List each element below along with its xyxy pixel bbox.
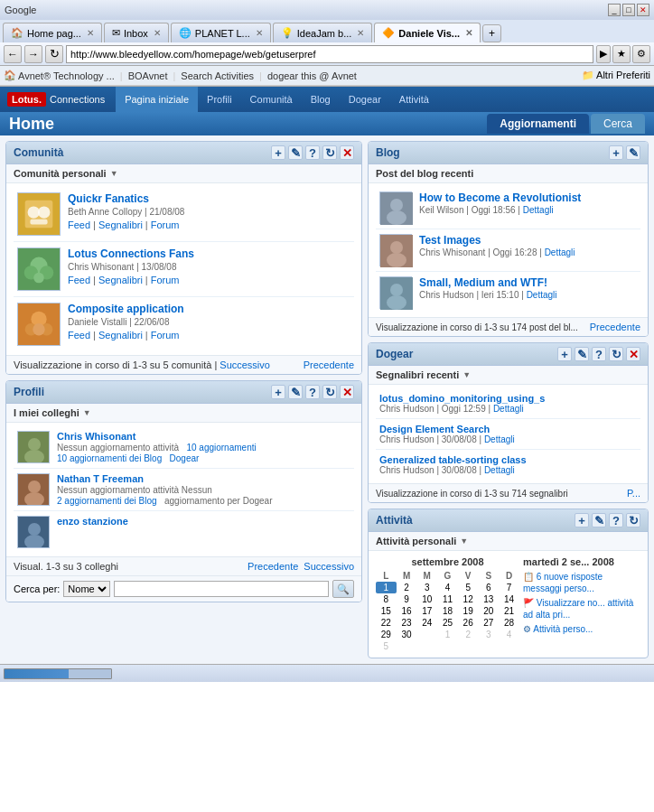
dogear-add-button[interactable]: + xyxy=(557,347,572,361)
nav-item-comunita[interactable]: Comunità xyxy=(241,87,302,112)
browser-tab-1[interactable]: ✉ Inbox ✕ xyxy=(104,23,169,42)
cal-day-7[interactable]: 7 xyxy=(499,582,519,593)
cal-day-oct2[interactable]: 2 xyxy=(458,629,479,640)
cal-day-24[interactable]: 24 xyxy=(416,617,437,629)
profili-dropdown-arrow[interactable]: ▼ xyxy=(83,408,91,417)
back-button[interactable]: ← xyxy=(4,45,22,63)
community-forum-1[interactable]: Forum xyxy=(151,275,180,285)
comunita-dropdown-arrow[interactable]: ▼ xyxy=(110,169,118,178)
activity-item-1[interactable]: 🚩 Visualizzare no... attività ad alta pr… xyxy=(523,597,640,621)
cal-day-18[interactable]: 18 xyxy=(437,605,458,617)
cal-day-6[interactable]: 6 xyxy=(479,582,500,593)
cal-day-4[interactable]: 4 xyxy=(437,582,458,593)
community-segnalibri-0[interactable]: Segnalibri xyxy=(98,219,143,230)
profile-name-2[interactable]: enzo stanzione xyxy=(57,516,350,527)
cal-day-21[interactable]: 21 xyxy=(499,605,519,617)
tab-close-2[interactable]: ✕ xyxy=(256,28,263,38)
activity-item-0[interactable]: 📋 6 nuove risposte messaggi perso... xyxy=(523,571,640,594)
dogear-title-1[interactable]: Design Element Search xyxy=(379,424,623,434)
address-bar[interactable] xyxy=(66,45,593,63)
community-feed-1[interactable]: Feed xyxy=(68,275,90,285)
comunita-refresh-button[interactable]: ↻ xyxy=(322,145,337,160)
blog-detail-link-2[interactable]: Dettagli xyxy=(527,290,557,300)
cal-day-oct3[interactable]: 3 xyxy=(479,629,500,640)
forward-button[interactable]: → xyxy=(24,45,42,63)
browser-tab-4[interactable]: 🔶 Daniele Vis... ✕ xyxy=(374,23,481,42)
blog-add-button[interactable]: + xyxy=(609,145,623,160)
cal-day-19[interactable]: 19 xyxy=(458,605,479,617)
dogear-detail-link-1[interactable]: Dettagli xyxy=(484,434,515,444)
blog-edit-button[interactable]: ✎ xyxy=(626,145,640,160)
blog-prev[interactable]: Precedente xyxy=(590,322,640,332)
tab-close-4[interactable]: ✕ xyxy=(465,28,472,38)
tab-close-0[interactable]: ✕ xyxy=(87,28,94,38)
tools-button[interactable]: ⚙ xyxy=(632,45,650,63)
profili-edit-button[interactable]: ✎ xyxy=(288,385,303,399)
community-forum-2[interactable]: Forum xyxy=(151,330,180,341)
cal-day-25[interactable]: 25 xyxy=(437,617,458,629)
cal-day-16[interactable]: 16 xyxy=(397,605,417,617)
cal-day-10[interactable]: 10 xyxy=(416,593,437,605)
cal-day-27[interactable]: 27 xyxy=(479,617,500,629)
blog-detail-link-0[interactable]: Dettagli xyxy=(523,205,554,215)
cal-day-13[interactable]: 13 xyxy=(479,593,500,605)
comunita-precedente[interactable]: Precedente xyxy=(304,359,354,370)
attivita-dropdown-arrow[interactable]: ▼ xyxy=(460,537,468,546)
cal-day-2[interactable]: 2 xyxy=(397,582,417,593)
cal-day-8[interactable]: 8 xyxy=(376,593,397,605)
cal-day-28[interactable]: 28 xyxy=(499,617,519,629)
comunita-add-button[interactable]: + xyxy=(271,145,285,160)
cal-day-3[interactable]: 3 xyxy=(416,582,437,593)
dogear-detail-link-2[interactable]: Dettagli xyxy=(484,465,515,475)
close-button[interactable]: ✕ xyxy=(637,4,649,16)
nav-item-blog[interactable]: Blog xyxy=(302,87,340,112)
dogear-close-button[interactable]: ✕ xyxy=(626,347,640,361)
favorites-button[interactable]: ★ xyxy=(612,45,631,63)
nav-item-profili[interactable]: Profili xyxy=(198,87,241,112)
cal-day-5[interactable]: 5 xyxy=(458,582,479,593)
browser-tab-0[interactable]: 🏠 Home pag... ✕ xyxy=(3,23,102,42)
profili-next[interactable]: Successivo xyxy=(304,561,354,572)
minimize-button[interactable]: _ xyxy=(608,4,621,16)
cal-day-12[interactable]: 12 xyxy=(458,593,479,605)
cal-day-15[interactable]: 15 xyxy=(376,605,397,617)
cal-day-29[interactable]: 29 xyxy=(376,629,397,640)
profile-blog-link-0[interactable]: 10 aggiornamenti dei Blog xyxy=(57,453,162,463)
comunita-close-button[interactable]: ✕ xyxy=(340,145,354,160)
dogear-help-button[interactable]: ? xyxy=(592,347,606,361)
cal-day-14[interactable]: 14 xyxy=(499,593,519,605)
nav-item-dogear[interactable]: Dogear xyxy=(340,87,390,112)
community-name-2[interactable]: Composite application xyxy=(68,303,350,315)
bookmark-dogear[interactable]: dogear this @ Avnet xyxy=(267,70,357,81)
community-segnalibri-2[interactable]: Segnalibri xyxy=(98,330,143,341)
dogear-prev[interactable]: P... xyxy=(627,488,640,499)
tab-cerca[interactable]: Cerca xyxy=(591,114,645,134)
cal-day-1[interactable]: 1 xyxy=(376,582,397,593)
attivita-refresh-button[interactable]: ↻ xyxy=(626,513,640,527)
blog-detail-link-1[interactable]: Dettagli xyxy=(545,247,575,257)
profili-help-button[interactable]: ? xyxy=(305,385,320,399)
blog-title-1[interactable]: Test Images xyxy=(419,234,637,247)
browser-tab-3[interactable]: 💡 IdeaJam b... ✕ xyxy=(273,23,373,42)
bookmark-search-activities[interactable]: Search Activities xyxy=(181,70,254,81)
search-input[interactable] xyxy=(114,581,329,597)
profili-prev[interactable]: Precedente xyxy=(248,561,298,572)
community-feed-2[interactable]: Feed xyxy=(68,330,90,341)
activity-item-2[interactable]: ⚙ Attività perso... xyxy=(523,623,640,635)
tab-close-1[interactable]: ✕ xyxy=(154,28,161,38)
bookmark-avnet[interactable]: 🏠 Avnet® Technology ... xyxy=(4,70,115,81)
altri-preferiti[interactable]: 📁 Altri Preferiti xyxy=(582,70,650,81)
cal-day-20[interactable]: 20 xyxy=(479,605,500,617)
cal-day-oct1[interactable]: 1 xyxy=(437,629,458,640)
browser-tab-2[interactable]: 🌐 PLANET L... ✕ xyxy=(171,23,271,42)
nav-item-pagina-iniziale[interactable]: Pagina iniziale xyxy=(116,87,198,112)
profile-name-0[interactable]: Chris Whisonant xyxy=(57,431,350,442)
attivita-help-button[interactable]: ? xyxy=(609,513,623,527)
search-type-select[interactable]: Nome xyxy=(63,581,110,597)
profili-close-button[interactable]: ✕ xyxy=(340,385,354,399)
cal-day-9[interactable]: 9 xyxy=(397,593,417,605)
tab-close-3[interactable]: ✕ xyxy=(357,28,364,38)
search-submit-button[interactable]: 🔍 xyxy=(332,580,354,598)
cal-day-oct5[interactable]: 5 xyxy=(376,640,397,652)
comunita-help-button[interactable]: ? xyxy=(305,145,320,160)
